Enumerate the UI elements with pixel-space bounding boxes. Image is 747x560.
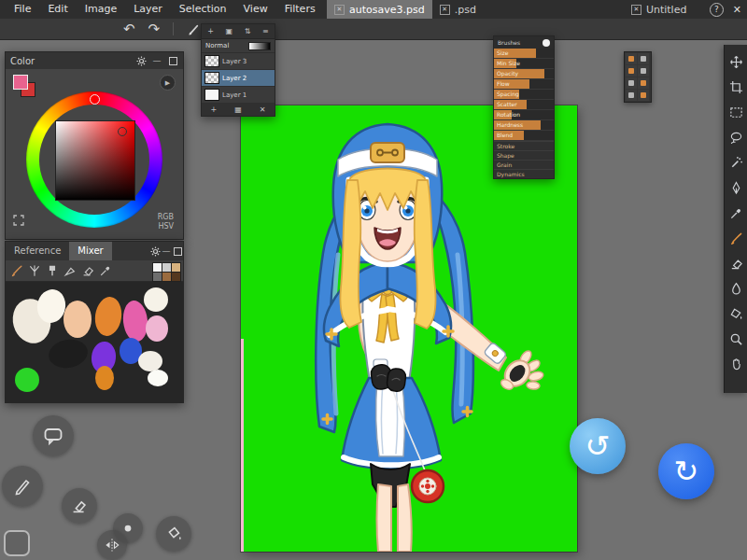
paintbrush-icon[interactable] bbox=[9, 263, 24, 278]
undo-button[interactable]: ↺ bbox=[570, 418, 626, 474]
hue-cursor[interactable] bbox=[90, 94, 100, 105]
magic-wand-tool-icon[interactable] bbox=[729, 150, 743, 175]
gear-icon[interactable] bbox=[149, 245, 161, 257]
brush-slider[interactable]: Rotation bbox=[494, 110, 554, 120]
palette-cell-4[interactable] bbox=[638, 65, 649, 77]
eyedropper-tool-icon[interactable] bbox=[729, 201, 743, 226]
redo-icon[interactable]: ↷ bbox=[148, 20, 161, 38]
hand-tool-icon[interactable] bbox=[729, 352, 743, 377]
layers-header-icon-1[interactable]: + bbox=[207, 27, 214, 35]
brush-slider[interactable]: Scatter bbox=[494, 100, 554, 110]
fill-bucket-button[interactable] bbox=[156, 516, 191, 552]
flat-brush-icon[interactable] bbox=[45, 263, 60, 278]
popout-icon[interactable] bbox=[172, 245, 183, 257]
palette-cell-6[interactable] bbox=[638, 77, 649, 89]
paint-mixing-area[interactable] bbox=[6, 282, 183, 402]
fill-tool-icon[interactable] bbox=[729, 301, 743, 327]
layers-footer-icon-2[interactable]: ▦ bbox=[234, 105, 242, 114]
brush-slider[interactable]: Size bbox=[494, 49, 554, 59]
brush-slider[interactable]: Min Size bbox=[494, 59, 554, 69]
primary-color-swatch[interactable] bbox=[13, 75, 28, 90]
palette-cell-icon bbox=[628, 56, 634, 62]
redo-button[interactable]: ↻ bbox=[658, 443, 714, 499]
brush-slider[interactable]: Spacing bbox=[494, 90, 554, 100]
minimize-icon[interactable]: — bbox=[151, 55, 162, 66]
layers-header-icon-2[interactable]: ▣ bbox=[226, 27, 233, 35]
corner-frame-button[interactable] bbox=[4, 530, 30, 556]
eyedropper-icon[interactable] bbox=[98, 263, 113, 278]
help-button[interactable]: ? bbox=[710, 3, 724, 17]
move-tool-icon[interactable] bbox=[729, 49, 743, 75]
play-button[interactable]: ▶ bbox=[160, 75, 176, 91]
menu-item-filters[interactable]: Filters bbox=[276, 0, 324, 19]
redo-circular-icon: ↻ bbox=[674, 454, 699, 489]
brush-slider[interactable]: Blend bbox=[494, 131, 554, 141]
document-tab-2[interactable]: ✕.psd bbox=[432, 0, 484, 19]
layer-row[interactable]: Layer 1 bbox=[202, 87, 275, 104]
tab-close-icon[interactable]: ✕ bbox=[631, 5, 641, 15]
brush-slider[interactable]: Hardness bbox=[494, 120, 554, 131]
hsv-label[interactable]: HSV bbox=[158, 222, 174, 231]
hue-wheel[interactable] bbox=[26, 91, 162, 228]
eraser-tool-icon[interactable] bbox=[729, 251, 743, 276]
tab-close-icon[interactable]: ✕ bbox=[440, 5, 450, 15]
brush-button[interactable] bbox=[2, 466, 43, 507]
menu-item-view[interactable]: View bbox=[235, 0, 276, 19]
brush-section[interactable]: Grain bbox=[494, 160, 554, 169]
layers-footer-icon-3[interactable]: ✕ bbox=[260, 105, 266, 114]
tab-close-icon[interactable]: ✕ bbox=[334, 5, 345, 15]
popout-icon[interactable] bbox=[167, 55, 178, 66]
brush-stroke-icon[interactable] bbox=[187, 22, 201, 36]
gear-icon[interactable] bbox=[135, 55, 147, 66]
palette-cell-1[interactable] bbox=[626, 53, 637, 64]
palette-knife-icon[interactable] bbox=[63, 263, 78, 278]
brush-section[interactable]: Shape bbox=[494, 150, 554, 160]
crop-tool-icon[interactable] bbox=[729, 75, 743, 100]
document-tab-1[interactable]: ✕autosave3.psd bbox=[327, 0, 432, 19]
fan-brush-icon[interactable] bbox=[27, 263, 42, 278]
menu-item-layer[interactable]: Layer bbox=[125, 0, 171, 19]
tab-reference[interactable]: Reference bbox=[6, 242, 69, 260]
tab-mixer[interactable]: Mixer bbox=[69, 242, 111, 260]
document-tab-3[interactable]: ✕Untitled bbox=[624, 0, 695, 19]
speech-bubble-button[interactable] bbox=[33, 415, 74, 456]
blend-mode-value[interactable]: Normal bbox=[205, 42, 229, 49]
blend-mode-row[interactable]: Normal bbox=[202, 39, 275, 53]
brush-section[interactable]: Stroke bbox=[494, 141, 554, 150]
marquee-select-tool-icon[interactable] bbox=[729, 100, 743, 125]
undo-icon[interactable]: ↶ bbox=[123, 20, 135, 38]
palette-cell-2[interactable] bbox=[638, 53, 649, 64]
layers-header-icon-4[interactable]: ≡ bbox=[262, 27, 269, 35]
layers-footer-icon-1[interactable]: + bbox=[211, 105, 218, 114]
zoom-tool-icon[interactable] bbox=[729, 327, 743, 352]
sv-cursor[interactable] bbox=[118, 127, 127, 136]
menu-item-file[interactable]: File bbox=[6, 0, 39, 19]
palette-cell-8[interactable] bbox=[638, 90, 649, 101]
brush-tool-icon[interactable] bbox=[729, 226, 743, 251]
brush-section[interactable]: Dynamics bbox=[494, 169, 554, 178]
palette-cell-3[interactable] bbox=[626, 65, 637, 77]
menu-item-image[interactable]: Image bbox=[77, 0, 125, 19]
pen-tool-icon[interactable] bbox=[729, 175, 743, 201]
lasso-tool-icon[interactable] bbox=[729, 125, 743, 150]
eraser-button[interactable] bbox=[62, 488, 97, 524]
menu-item-selection[interactable]: Selection bbox=[171, 0, 235, 19]
layers-header-icon-3[interactable]: ⇅ bbox=[245, 27, 251, 35]
saturation-value-square[interactable] bbox=[55, 120, 135, 201]
brush-slider[interactable]: Opacity bbox=[494, 69, 554, 79]
minimize-icon[interactable]: — bbox=[161, 245, 172, 257]
eraser-icon[interactable] bbox=[80, 263, 95, 278]
palette-cell-5[interactable] bbox=[626, 77, 637, 89]
rgb-label[interactable]: RGB bbox=[158, 213, 174, 222]
flip-button[interactable] bbox=[97, 530, 127, 560]
layer-row[interactable]: Layer 2 bbox=[202, 70, 275, 87]
opacity-gradient[interactable] bbox=[248, 42, 271, 50]
layer-row[interactable]: Layer 3 bbox=[202, 53, 275, 70]
window-close-button[interactable]: ✕ bbox=[733, 4, 741, 16]
menu-item-edit[interactable]: Edit bbox=[39, 0, 76, 19]
smudge-tool-icon[interactable] bbox=[729, 276, 743, 301]
palette-cell-7[interactable] bbox=[626, 90, 637, 101]
frame-icon[interactable] bbox=[13, 212, 24, 230]
brush-slider[interactable]: Flow bbox=[494, 79, 554, 90]
paint-swatch[interactable] bbox=[171, 272, 181, 282]
